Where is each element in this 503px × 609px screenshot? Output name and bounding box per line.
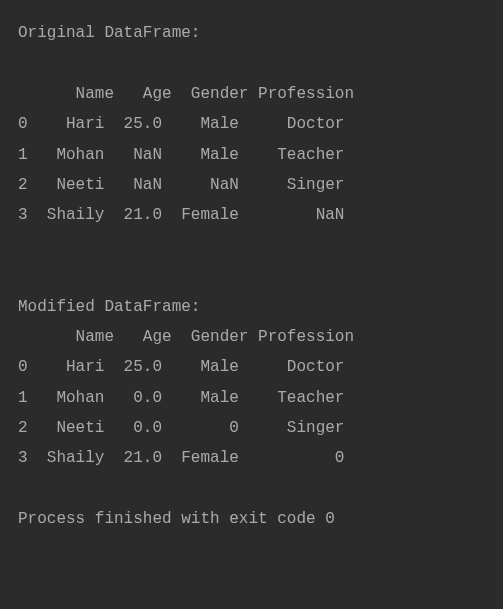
modified-title: Modified DataFrame:: [18, 292, 485, 322]
table-row: 1 Mohan 0.0 Male Teacher: [18, 383, 485, 413]
table-row: 0 Hari 25.0 Male Doctor: [18, 352, 485, 382]
table-row: 3 Shaily 21.0 Female NaN: [18, 200, 485, 230]
blank-line: [18, 261, 485, 291]
blank-line: [18, 474, 485, 504]
original-header: Name Age Gender Profession: [18, 79, 485, 109]
table-row: 3 Shaily 21.0 Female 0: [18, 443, 485, 473]
blank-line: [18, 231, 485, 261]
console-output: Original DataFrame: Name Age Gender Prof…: [18, 18, 485, 535]
blank-line: [18, 48, 485, 78]
original-title: Original DataFrame:: [18, 18, 485, 48]
table-row: 2 Neeti 0.0 0 Singer: [18, 413, 485, 443]
table-row: 2 Neeti NaN NaN Singer: [18, 170, 485, 200]
process-finished: Process finished with exit code 0: [18, 504, 485, 534]
table-row: 0 Hari 25.0 Male Doctor: [18, 109, 485, 139]
table-row: 1 Mohan NaN Male Teacher: [18, 140, 485, 170]
modified-header: Name Age Gender Profession: [18, 322, 485, 352]
